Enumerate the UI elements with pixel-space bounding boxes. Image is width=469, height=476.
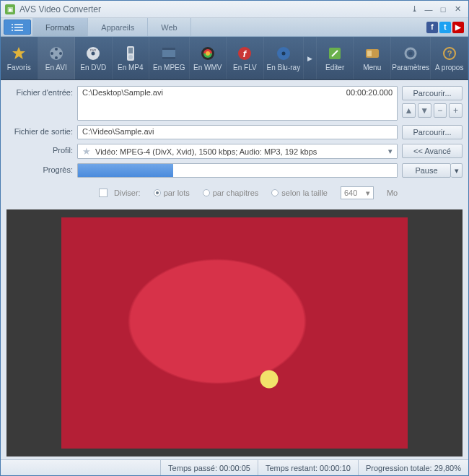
input-file-label: Fichier d'entrée: bbox=[6, 86, 73, 97]
advanced-button[interactable]: << Avancé bbox=[402, 144, 463, 158]
format-toolbar: Favoris En AVI DVDEn DVD En MP4 En MPEG … bbox=[1, 37, 468, 80]
minimize-icon[interactable]: — bbox=[422, 4, 435, 14]
ipod-icon bbox=[122, 45, 139, 62]
tool-dvd[interactable]: DVDEn DVD bbox=[75, 37, 113, 79]
twitter-icon[interactable]: t bbox=[439, 22, 451, 33]
profile-label: Profil: bbox=[6, 144, 73, 155]
svg-rect-20 bbox=[162, 57, 175, 59]
svg-point-31 bbox=[409, 52, 413, 56]
radio-icon bbox=[271, 189, 279, 196]
browse-output-button[interactable]: Parcourir... bbox=[402, 125, 463, 139]
chevron-down-icon: ▾ bbox=[388, 147, 393, 156]
split-parlots-radio[interactable]: par lots bbox=[154, 189, 190, 197]
menu-icon bbox=[364, 45, 381, 62]
remove-file-button[interactable]: − bbox=[434, 103, 447, 118]
film-reel-icon bbox=[48, 45, 65, 62]
radio-icon bbox=[154, 189, 161, 196]
pause-dropdown[interactable]: ▾ bbox=[451, 163, 463, 178]
chevron-right-icon: ▶ bbox=[307, 55, 312, 62]
dvd-icon: DVD bbox=[84, 45, 102, 62]
output-file-label: Fichier de sortie: bbox=[6, 125, 73, 136]
chevron-down-icon: ▾ bbox=[366, 189, 370, 198]
gear-icon bbox=[402, 45, 419, 62]
app-icon: ▣ bbox=[5, 4, 15, 14]
move-up-button[interactable]: ▲ bbox=[402, 103, 416, 118]
status-elapsed: Temps passé: 00:00:05 bbox=[160, 460, 258, 475]
tool-editer[interactable]: Editer bbox=[317, 37, 354, 79]
output-file-row: Fichier de sortie: C:\Video\Sample.avi P… bbox=[6, 125, 463, 139]
flash-icon: f bbox=[236, 45, 253, 62]
split-unit: Mo bbox=[387, 189, 398, 197]
tab-formats[interactable]: Formats bbox=[32, 18, 88, 36]
youtube-icon[interactable]: ▶ bbox=[452, 22, 464, 33]
tool-avi[interactable]: En AVI bbox=[38, 37, 76, 79]
app-window: { "title": "AVS Video Converter", "tabs"… bbox=[0, 0, 469, 476]
tool-wmv[interactable]: En WMV bbox=[190, 37, 227, 79]
svg-point-22 bbox=[206, 51, 210, 56]
pause-button[interactable]: Pause bbox=[402, 163, 451, 178]
tool-parametres[interactable]: Paramètres bbox=[391, 37, 431, 79]
view-mode-button[interactable] bbox=[4, 20, 31, 35]
preview-frame bbox=[61, 217, 408, 449]
tool-mp4[interactable]: En MP4 bbox=[113, 37, 150, 79]
film-icon bbox=[160, 45, 177, 62]
wmv-icon bbox=[199, 45, 216, 62]
star-icon bbox=[10, 45, 27, 62]
input-file-name: C:\Desktop\Sample.avi bbox=[82, 88, 163, 97]
tool-favoris[interactable]: Favoris bbox=[1, 37, 38, 79]
tool-menu[interactable]: Menu bbox=[354, 37, 391, 79]
maximize-icon[interactable]: □ bbox=[437, 4, 450, 14]
facebook-icon[interactable]: f bbox=[426, 22, 438, 33]
input-side-buttons: Parcourir... ▲ ▼ − + bbox=[402, 86, 463, 118]
svg-rect-29 bbox=[367, 51, 372, 56]
browse-input-button[interactable]: Parcourir... bbox=[402, 86, 463, 100]
progress-bar bbox=[77, 163, 398, 178]
tab-appareils[interactable]: Appareils bbox=[88, 18, 148, 36]
svg-point-8 bbox=[55, 48, 58, 51]
video-preview bbox=[6, 209, 463, 456]
split-checkbox[interactable]: Diviser: bbox=[99, 189, 141, 197]
progress-label: Progrès: bbox=[6, 163, 73, 174]
radio-icon bbox=[203, 189, 210, 196]
tab-web[interactable]: Web bbox=[148, 18, 190, 36]
svg-text:DVD: DVD bbox=[90, 48, 97, 52]
split-size-field[interactable]: 640▾ bbox=[341, 186, 374, 199]
close-icon[interactable]: ✕ bbox=[451, 4, 464, 14]
status-remaining: Temps restant: 00:00:10 bbox=[258, 460, 358, 475]
move-down-button[interactable]: ▼ bbox=[418, 103, 431, 118]
input-file-list[interactable]: C:\Desktop\Sample.avi 00:00:20.000 bbox=[77, 86, 398, 121]
split-selontaille-radio[interactable]: selon la taille bbox=[271, 189, 328, 197]
bluray-icon bbox=[275, 45, 292, 62]
input-file-row: Fichier d'entrée: C:\Desktop\Sample.avi … bbox=[6, 86, 463, 121]
svg-point-17 bbox=[128, 55, 133, 59]
progress-row: Progrès: Pause ▾ bbox=[6, 163, 463, 178]
tab-bar: Formats Appareils Web f t ▶ bbox=[1, 18, 468, 37]
help-icon: ? bbox=[441, 45, 458, 62]
split-parchapitres-radio[interactable]: par chapitres bbox=[203, 189, 259, 197]
download-icon[interactable]: ⤓ bbox=[408, 4, 421, 14]
app-title: AVS Video Converter bbox=[19, 4, 406, 14]
tool-apropos[interactable]: ?A propos bbox=[431, 37, 468, 79]
split-options-row: Diviser: par lots par chapitres selon la… bbox=[6, 182, 463, 204]
title-bar: ▣ AVS Video Converter ⤓ — □ ✕ bbox=[1, 1, 468, 18]
profile-dropdown[interactable]: ★ Vidéo: MPEG-4 (DivX, Xvid), 1500 kbps;… bbox=[77, 144, 398, 159]
toolbar-more[interactable]: ▶ bbox=[304, 37, 317, 79]
tool-mpeg[interactable]: En MPEG bbox=[149, 37, 189, 79]
svg-point-11 bbox=[51, 52, 53, 55]
output-file-field[interactable]: C:\Video\Sample.avi bbox=[77, 125, 398, 139]
svg-marker-6 bbox=[12, 47, 25, 59]
input-file-duration: 00:00:20.000 bbox=[346, 88, 393, 97]
checkbox-icon bbox=[99, 189, 108, 197]
progress-fill bbox=[78, 164, 173, 177]
status-bar: Temps passé: 00:00:05 Temps restant: 00:… bbox=[1, 459, 468, 475]
svg-point-9 bbox=[59, 52, 62, 55]
tool-flv[interactable]: fEn FLV bbox=[227, 37, 264, 79]
add-file-button[interactable]: + bbox=[449, 103, 463, 118]
status-total: Progression totale: 29,80% bbox=[358, 460, 468, 475]
star-outline-icon: ★ bbox=[82, 146, 91, 157]
output-file-value: C:\Video\Sample.avi bbox=[82, 127, 154, 136]
tool-bluray[interactable]: En Blu-ray bbox=[264, 37, 304, 79]
main-panel: Fichier d'entrée: C:\Desktop\Sample.avi … bbox=[1, 80, 468, 459]
profile-row: Profil: ★ Vidéo: MPEG-4 (DivX, Xvid), 15… bbox=[6, 144, 463, 159]
svg-point-10 bbox=[55, 56, 58, 59]
